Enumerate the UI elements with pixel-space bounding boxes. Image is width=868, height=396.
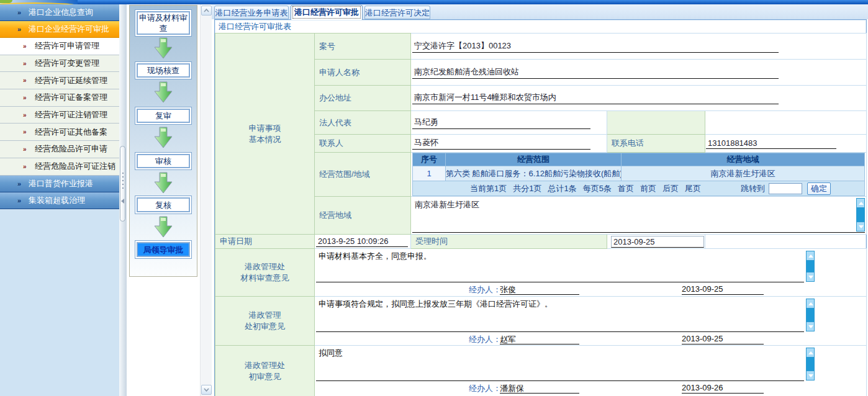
scroll-down-button[interactable] — [806, 322, 815, 331]
scope-area-cell: 序号 经营范围 经营地域 1 第六类 船舶港口服务：6.12船舶污染物接收(船舶… — [411, 153, 867, 197]
workflow-step-label: 复核 — [155, 200, 171, 210]
sidebar-item-license-renewal-mgmt[interactable]: »经营许可证延续管理 — [0, 72, 119, 89]
operator-name[interactable]: 张俊 — [500, 284, 579, 295]
scroll-down-button[interactable] — [806, 272, 815, 282]
sidebar-item-label: 经营危险品许可申请 — [35, 143, 107, 155]
tab-license-decision[interactable]: 港口经营许可决定 — [364, 6, 430, 19]
pagination-jump-input[interactable] — [769, 183, 802, 194]
scope-col-seq: 序号 — [413, 153, 446, 166]
banner-decoration — [0, 0, 78, 4]
field-applicant: 南京纪发船舶清仓残油回收站 — [411, 60, 867, 86]
opinion-textarea[interactable]: 拟同意 — [316, 346, 804, 381]
workflow-step-review[interactable]: 复核 — [135, 196, 192, 214]
pagination-next[interactable]: 后页 — [662, 183, 679, 194]
sidebar-item-dangerous-goods-apply[interactable]: »经营危险品许可申请 — [0, 141, 119, 158]
textarea-scrollbar[interactable] — [806, 251, 815, 282]
workflow-step-audit[interactable]: 审核 — [135, 152, 192, 170]
pagination-confirm-button[interactable]: 确定 — [807, 182, 831, 195]
scroll-track[interactable] — [856, 208, 865, 222]
sidebar-item-license-record-mgmt[interactable]: »经营许可证备案管理 — [0, 89, 119, 107]
main-vertical-scrollbar[interactable] — [200, 4, 212, 396]
opinion-textarea[interactable]: 申请事项符合规定，拟同意上报发放三年期《港口经营许可证》。 — [316, 297, 804, 332]
textarea-scrollbar[interactable] — [856, 198, 865, 232]
pagination-last[interactable]: 尾页 — [685, 183, 701, 194]
scroll-down-button[interactable] — [201, 385, 212, 395]
sidebar-item-dangerous-goods-cancel[interactable]: »经营危险品许可证注销 — [0, 158, 119, 176]
scroll-down-button[interactable] — [806, 371, 815, 380]
opinion-date[interactable]: 2013-09-25 — [682, 334, 764, 344]
opinion-textarea[interactable]: 申请材料基本齐全，同意申报。 — [316, 250, 804, 282]
tab-label: 港口经营许可决定 — [365, 8, 430, 17]
main-content: 港口经营业务申请表 港口经营许可审批 港口经营许可决定 港口经营许可审批表 申请… — [212, 4, 868, 396]
workflow-step-leader-approval[interactable]: 局领导审批 — [135, 240, 192, 259]
sidebar-item-license-apply-mgmt[interactable]: »经营许可申请管理 — [0, 38, 119, 55]
sidebar-group-label: 港口企业经营许可审批 — [29, 24, 109, 35]
scope-table-row[interactable]: 1 第六类 船舶港口服务：6.12船舶污染物接收(船舶) 南京港新生圩港区 — [413, 166, 865, 181]
sidebar-item-license-other-record[interactable]: »经营许可证其他备案 — [0, 124, 119, 141]
top-banner-strip — [0, 0, 868, 4]
field-contact: 马菱怀 — [411, 135, 607, 153]
down-arrow-icon — [153, 37, 174, 60]
sidebar-splitter[interactable] — [119, 4, 127, 396]
accept-time-value[interactable]: 2013-09-25 — [611, 236, 704, 248]
scroll-track[interactable] — [806, 308, 815, 322]
sidebar-group-label: 港口普货作业报港 — [29, 178, 93, 189]
pagination-first[interactable]: 首页 — [618, 183, 634, 194]
scroll-up-button[interactable] — [806, 251, 815, 261]
arrow-icon: » — [23, 146, 27, 153]
workflow-step-site-check[interactable]: 现场核查 — [135, 61, 192, 79]
workflow-step-material-review[interactable]: 申请及材料审查 — [135, 9, 192, 37]
down-arrow-icon — [153, 216, 174, 238]
opinion-date[interactable]: 2013-09-26 — [682, 383, 764, 394]
form-title: 港口经营许可审批表 — [215, 20, 866, 33]
opinion-second-review: 拟同意 经办人： 潘新保 2013-09-26 — [315, 346, 867, 396]
scroll-track[interactable] — [806, 358, 815, 371]
down-arrow-icon — [153, 127, 174, 149]
scroll-up-button[interactable] — [201, 6, 212, 16]
pagination-prev[interactable]: 前页 — [640, 183, 656, 194]
field-label-contact-phone: 联系电话 — [607, 135, 705, 153]
contact-phone-value[interactable]: 13101881483 — [706, 138, 836, 149]
workflow-step-recheck[interactable]: 复审 — [135, 107, 192, 125]
field-case-no: 宁交港许字【2013】00123 — [411, 34, 867, 60]
opinion-date[interactable]: 2013-09-25 — [682, 284, 764, 295]
opinion-label-first-review: 港政管理处初审意见 — [215, 297, 315, 346]
sidebar-item-license-change-mgmt[interactable]: »经营许可变更管理 — [0, 55, 119, 73]
sidebar-group-enterprise-info-query[interactable]: »港口企业信息查询 — [0, 4, 119, 21]
scroll-up-button[interactable] — [856, 198, 865, 208]
contact-value[interactable]: 马菱怀 — [412, 137, 590, 150]
apply-date-value[interactable]: 2013-9-25 10:09:26 — [316, 236, 408, 247]
applicant-value[interactable]: 南京纪发船舶清仓残油回收站 — [412, 66, 779, 79]
down-arrow-icon — [153, 81, 174, 104]
tab-license-approval[interactable]: 港口经营许可审批 — [291, 5, 363, 20]
sidebar-group-license-approval[interactable]: »港口企业经营许可审批 — [0, 21, 119, 38]
legal-rep-value[interactable]: 马纪勇 — [412, 117, 590, 129]
textarea-scrollbar[interactable] — [806, 299, 815, 331]
sidebar-group-general-cargo-report[interactable]: »港口普货作业报港 — [0, 176, 119, 192]
operator-name[interactable]: 潘新保 — [500, 383, 579, 394]
splitter-handle[interactable] — [120, 146, 125, 222]
arrow-icon: » — [23, 163, 27, 170]
scroll-up-button[interactable] — [806, 299, 815, 308]
case-no-value[interactable]: 宁交港许字【2013】00123 — [412, 40, 779, 53]
field-label-case-no: 案号 — [315, 34, 411, 60]
pagination-jump-label: 跳转到 — [741, 183, 765, 194]
field-legal-rep: 马纪勇 — [411, 111, 607, 135]
pagination-current: 当前第1页 — [470, 183, 507, 194]
operator-name[interactable]: 赵军 — [500, 334, 579, 344]
field-apply-date: 2013-9-25 10:09:26 — [315, 235, 411, 249]
textarea-scrollbar[interactable] — [806, 348, 815, 380]
tab-business-application[interactable]: 港口经营业务申请表 — [214, 6, 289, 19]
arrow-icon: » — [23, 43, 27, 50]
sidebar-item-license-cancel-mgmt[interactable]: »经营许可证注销管理 — [0, 107, 119, 124]
scroll-down-button[interactable] — [856, 222, 865, 232]
workflow-panel: 申请及材料审查 现场核查 复审 审核 复核 局领导审批 — [129, 5, 197, 277]
office-address-value[interactable]: 南京市新河一村11号4幢郑和农贸市场内 — [412, 92, 779, 104]
sidebar-group-container-overload[interactable]: »集装箱超载治理 — [0, 192, 119, 209]
scroll-up-button[interactable] — [806, 348, 815, 358]
opinion-label-second-review: 港政管理处初审意见 — [215, 346, 315, 396]
scroll-track[interactable] — [806, 261, 815, 272]
operator-label: 经办人： — [469, 334, 501, 345]
business-area-textarea[interactable]: 南京港新生圩港区 — [412, 198, 865, 233]
field-label-legal-rep: 法人代表 — [315, 111, 411, 135]
